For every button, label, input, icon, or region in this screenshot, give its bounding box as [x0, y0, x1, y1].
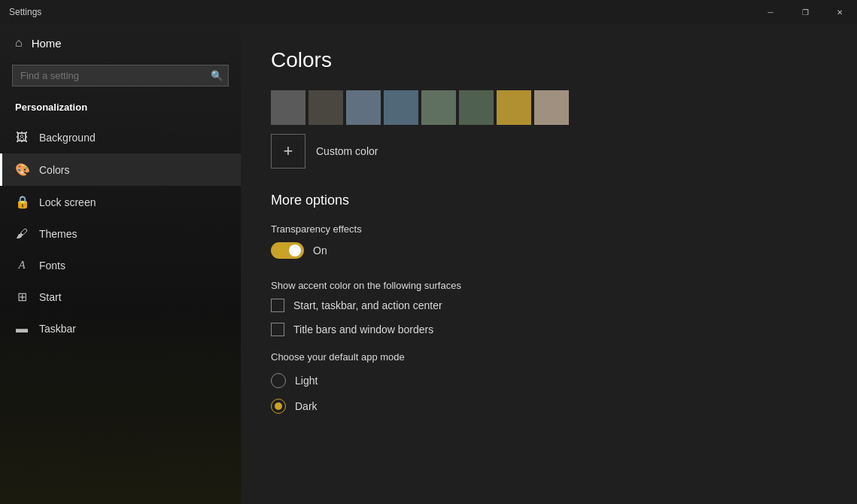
radio-row-light: Light — [271, 373, 827, 388]
toggle-knob — [289, 244, 301, 257]
close-button[interactable]: ✕ — [822, 0, 857, 24]
fonts-icon: A — [15, 259, 29, 272]
transparency-label: Transparency effects — [271, 223, 827, 235]
sidebar-item-fonts[interactable]: A Fonts — [0, 250, 241, 281]
home-label: Home — [32, 37, 62, 50]
fonts-label: Fonts — [39, 260, 65, 272]
title-bar: Settings ─ ❐ ✕ — [0, 0, 857, 24]
sidebar-item-background[interactable]: 🖼 Background — [0, 122, 241, 153]
start-label: Start — [39, 291, 62, 303]
sidebar-item-colors[interactable]: 🎨 Colors — [0, 153, 241, 186]
color-swatch-1[interactable] — [308, 90, 343, 125]
restore-button[interactable]: ❐ — [788, 0, 822, 24]
color-swatch-4[interactable] — [421, 90, 456, 125]
sidebar-item-start[interactable]: ⊞ Start — [0, 281, 241, 313]
checkbox-taskbar-label: Start, taskbar, and action center — [293, 299, 442, 311]
main-layout: ⌂ Home 🔍 Personalization 🖼 Background 🎨 … — [0, 24, 857, 504]
checkbox-taskbar[interactable] — [271, 299, 284, 312]
transparency-toggle-row: On — [271, 242, 827, 259]
themes-label: Themes — [39, 228, 77, 240]
radio-light[interactable] — [271, 373, 286, 388]
lock-screen-label: Lock screen — [39, 196, 96, 208]
radio-row-dark: Dark — [271, 399, 827, 414]
sidebar-home[interactable]: ⌂ Home — [0, 24, 241, 62]
color-swatch-5[interactable] — [459, 90, 494, 125]
checkbox-titlebar[interactable] — [271, 323, 284, 336]
page-title: Colors — [271, 48, 827, 72]
background-icon: 🖼 — [15, 131, 29, 144]
checkbox-row-taskbar: Start, taskbar, and action center — [271, 299, 827, 312]
sidebar-item-lock-screen[interactable]: 🔒 Lock screen — [0, 186, 241, 218]
more-options-title: More options — [271, 193, 827, 208]
background-label: Background — [39, 132, 96, 144]
minimize-button[interactable]: ─ — [753, 0, 788, 24]
search-input[interactable] — [12, 65, 229, 87]
content-area: Colors + Custom color More options Trans… — [241, 24, 857, 504]
color-swatches — [271, 90, 827, 125]
lock-screen-icon: 🔒 — [15, 195, 29, 209]
transparency-toggle[interactable] — [271, 242, 304, 259]
toggle-state-label: On — [313, 244, 327, 257]
radio-dark-label: Dark — [295, 400, 318, 412]
start-icon: ⊞ — [15, 290, 29, 304]
color-swatch-0[interactable] — [271, 90, 305, 125]
app-title: Settings — [9, 7, 41, 17]
radio-dark[interactable] — [271, 399, 286, 414]
accent-color-heading: Show accent color on the following surfa… — [271, 280, 827, 291]
sidebar: ⌂ Home 🔍 Personalization 🖼 Background 🎨 … — [0, 24, 241, 504]
checkbox-row-titlebar: Title bars and window borders — [271, 323, 827, 336]
radio-light-label: Light — [295, 375, 318, 387]
search-icon: 🔍 — [211, 70, 223, 81]
custom-color-label: Custom color — [316, 145, 378, 157]
colors-icon: 🎨 — [15, 162, 29, 177]
section-label: Personalization — [0, 96, 241, 122]
home-icon: ⌂ — [15, 36, 23, 50]
color-swatch-2[interactable] — [346, 90, 381, 125]
taskbar-label: Taskbar — [39, 323, 76, 335]
window-controls: ─ ❐ ✕ — [753, 0, 857, 24]
checkbox-titlebar-label: Title bars and window borders — [293, 323, 433, 335]
app-mode-label: Choose your default app mode — [271, 351, 827, 363]
custom-color-row: + Custom color — [271, 134, 827, 169]
sidebar-item-taskbar[interactable]: ▬ Taskbar — [0, 313, 241, 345]
custom-color-button[interactable]: + — [271, 134, 305, 169]
taskbar-icon: ▬ — [15, 322, 29, 335]
sidebar-item-themes[interactable]: 🖌 Themes — [0, 218, 241, 250]
color-swatch-3[interactable] — [384, 90, 418, 125]
themes-icon: 🖌 — [15, 227, 29, 241]
color-swatch-7[interactable] — [534, 90, 569, 125]
color-swatch-6[interactable] — [497, 90, 531, 125]
search-box: 🔍 — [12, 65, 229, 87]
radio-dark-inner — [275, 402, 282, 410]
colors-label: Colors — [39, 164, 69, 176]
